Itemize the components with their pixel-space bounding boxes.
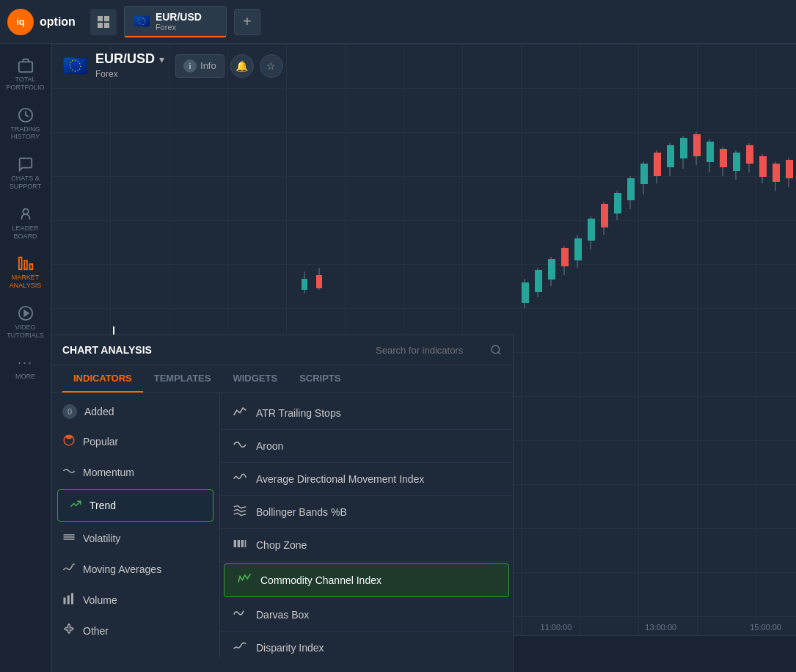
momentum-icon <box>62 464 76 481</box>
sidebar-item-chats[interactable]: CHATS &SUPPORT <box>4 150 48 197</box>
svg-rect-51 <box>746 145 753 164</box>
indicator-admi[interactable]: Average Directional Movement Index <box>220 463 513 496</box>
darvas-icon <box>231 606 249 624</box>
disparity-icon <box>231 639 249 657</box>
category-moving-averages[interactable]: Moving Averages <box>51 554 219 585</box>
symbol-selector[interactable]: 🇪🇺 EUR/USD Forex <box>124 6 227 37</box>
time-label-1: 11:00:00 <box>541 623 572 632</box>
panel-content: 0 Added Popular <box>51 393 513 657</box>
svg-marker-11 <box>24 310 29 315</box>
logo: iq option <box>7 9 76 35</box>
moving-avg-icon <box>62 561 76 577</box>
category-volume[interactable]: Volume <box>51 585 219 616</box>
panel-tabs: INDICATORS TEMPLATES WIDGETS SCRIPTS <box>51 365 513 393</box>
indicator-cci[interactable]: Commodity Channel Index <box>224 563 509 597</box>
svg-point-6 <box>23 208 28 213</box>
search-input[interactable] <box>376 345 486 356</box>
sidebar-item-market[interactable]: MARKETANALYSIS <box>4 249 48 296</box>
category-momentum[interactable]: Momentum <box>51 457 219 488</box>
chart-analysis-panel: CHART ANALYSIS INDICATORS TEMPLATES WID <box>51 335 514 672</box>
indicator-chop[interactable]: Chop Zone <box>220 529 513 562</box>
chart-time-labels: 11:00:00 13:00:00 15:00:00 <box>541 623 781 632</box>
search-icon <box>490 344 502 356</box>
tab-templates[interactable]: TEMPLATES <box>143 365 222 392</box>
svg-rect-23 <box>561 248 569 266</box>
topbar: iq option 🇪🇺 EUR/USD Forex + <box>0 0 796 44</box>
svg-rect-13 <box>302 279 307 290</box>
grid-view-button[interactable] <box>90 9 117 35</box>
volatility-icon <box>62 530 76 547</box>
svg-rect-69 <box>71 594 73 605</box>
svg-rect-53 <box>759 156 767 177</box>
svg-rect-25 <box>574 238 582 260</box>
svg-rect-2 <box>98 23 103 28</box>
time-label-3: 15:00:00 <box>750 623 781 632</box>
chop-icon <box>231 536 249 554</box>
logo-icon: iq <box>7 9 34 35</box>
svg-rect-1 <box>104 16 109 21</box>
svg-rect-55 <box>773 164 780 182</box>
category-popular[interactable]: Popular <box>51 426 219 457</box>
category-volatility[interactable]: Volatility <box>51 523 219 554</box>
svg-rect-67 <box>64 598 66 605</box>
atr-icon <box>231 404 249 422</box>
svg-rect-4 <box>18 62 32 72</box>
bbands-icon <box>231 503 249 521</box>
svg-rect-47 <box>720 149 727 167</box>
candle-svg <box>282 88 796 337</box>
sidebar-item-tutorials[interactable]: VIDEOTUTORIALS <box>4 299 48 346</box>
sidebar-item-leaderboard[interactable]: LEADERBOARD <box>4 200 48 246</box>
symbol-name: EUR/USD <box>156 11 202 23</box>
category-list: 0 Added Popular <box>51 393 220 657</box>
category-trend[interactable]: Trend <box>57 489 213 522</box>
svg-rect-15 <box>316 275 322 288</box>
svg-rect-57 <box>786 160 793 178</box>
svg-rect-43 <box>693 134 701 156</box>
added-badge: 0 <box>62 404 77 419</box>
aroon-icon <box>231 437 249 455</box>
volume-icon <box>62 592 76 608</box>
tab-indicators[interactable]: INDICATORS <box>62 365 143 392</box>
symbol-flag-icon: 🇪🇺 <box>134 13 150 29</box>
candlestick-chart <box>282 88 796 352</box>
add-tab-button[interactable]: + <box>234 9 260 35</box>
svg-rect-49 <box>733 153 740 171</box>
svg-rect-29 <box>601 204 608 227</box>
category-other[interactable]: Other <box>51 616 219 646</box>
panel-header: CHART ANALYSIS <box>51 335 513 365</box>
symbol-type: Forex <box>156 23 202 32</box>
category-added[interactable]: 0 Added <box>51 397 219 426</box>
sidebar-item-more[interactable]: ··· MORE <box>4 349 48 386</box>
svg-rect-8 <box>24 261 27 270</box>
tab-scripts[interactable]: SCRIPTS <box>288 365 351 392</box>
svg-rect-21 <box>548 259 555 280</box>
admi-icon <box>231 470 249 488</box>
indicator-disparity[interactable]: Disparity Index <box>220 632 513 657</box>
indicator-list: ATR Trailing Stops Aroon <box>220 393 513 657</box>
chart-area: 🇪🇺 EUR/USD ▾ Forex i Info 🔔 ☆ <box>51 44 796 672</box>
svg-rect-33 <box>627 178 635 200</box>
svg-rect-73 <box>245 540 247 547</box>
symbol-info: EUR/USD Forex <box>156 11 202 32</box>
trend-icon <box>69 497 82 514</box>
tab-widgets[interactable]: WIDGETS <box>222 365 288 392</box>
svg-rect-45 <box>706 142 714 162</box>
indicator-darvas[interactable]: Darvas Box <box>220 599 513 632</box>
svg-rect-7 <box>18 258 21 270</box>
svg-rect-71 <box>238 540 240 547</box>
svg-rect-0 <box>98 16 103 21</box>
indicator-aroon[interactable]: Aroon <box>220 430 513 463</box>
svg-rect-70 <box>234 540 236 547</box>
main-layout: TOTALPORTFOLIO TRADINGHISTORY CHATS &SUP… <box>0 44 796 672</box>
svg-rect-9 <box>29 264 32 269</box>
indicator-bbands[interactable]: Bollinger Bands %B <box>220 496 513 529</box>
sidebar-item-history[interactable]: TRADINGHISTORY <box>4 101 48 147</box>
svg-rect-3 <box>104 23 109 28</box>
panel-title: CHART ANALYSIS <box>62 344 152 356</box>
indicator-atr[interactable]: ATR Trailing Stops <box>220 397 513 430</box>
svg-rect-27 <box>588 219 595 241</box>
sidebar-item-portfolio[interactable]: TOTALPORTFOLIO <box>4 51 48 98</box>
logo-text: option <box>40 15 76 29</box>
popular-icon <box>62 434 76 450</box>
svg-rect-68 <box>67 596 70 605</box>
